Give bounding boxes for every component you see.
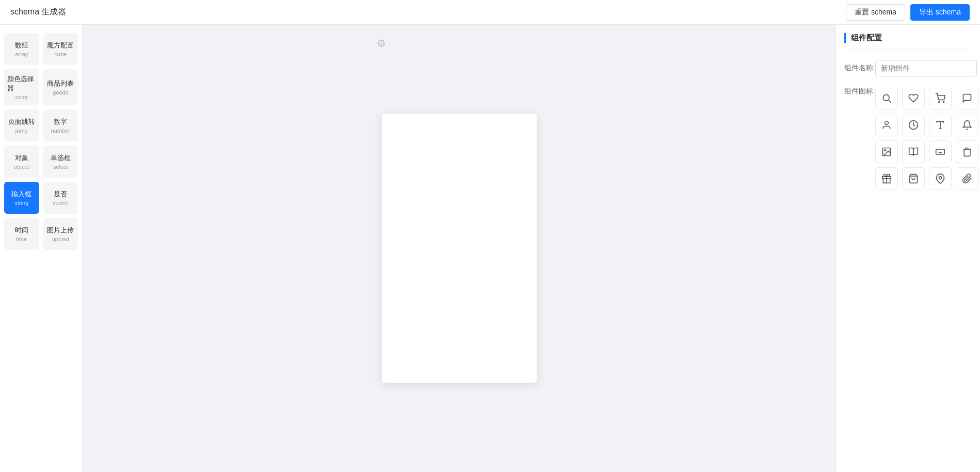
sidebar-item-cube[interactable]: 魔方配置 cube xyxy=(43,33,78,65)
sidebar-label-time: 时间 xyxy=(15,226,28,235)
icon-cell-book[interactable] xyxy=(902,140,925,163)
sidebar-label-array: 数组 xyxy=(15,41,28,50)
sidebar-sub-upload: upload xyxy=(52,236,69,242)
svg-point-3 xyxy=(943,102,944,103)
sidebar-sub-color: color xyxy=(15,94,28,100)
sidebar-label-switch: 是否 xyxy=(54,190,67,199)
header: schema 生成器 重置 schema 导出 schema xyxy=(0,0,980,25)
header-actions: 重置 schema 导出 schema xyxy=(846,4,970,21)
sidebar-item-select[interactable]: 单选框 select xyxy=(43,146,78,178)
main-layout: 数组 array 魔方配置 cube 颜色选择器 color 商品列表 good… xyxy=(0,0,980,472)
sidebar-sub-object: object xyxy=(14,164,29,170)
sidebar-grid: 数组 array 魔方配置 cube 颜色选择器 color 商品列表 good… xyxy=(4,33,78,250)
svg-point-16 xyxy=(885,150,886,151)
icon-grid xyxy=(875,87,980,190)
sidebar-item-switch[interactable]: 是否 switch xyxy=(43,182,78,214)
icon-cell-basket[interactable] xyxy=(902,167,925,190)
sidebar-item-jump[interactable]: 页面跳转 jump xyxy=(4,109,39,141)
phone-mockup xyxy=(382,114,537,383)
sidebar-label-cube: 魔方配置 xyxy=(47,41,74,50)
sidebar-item-time[interactable]: 时间 time xyxy=(4,218,39,250)
sidebar-sub-cube: cube xyxy=(54,51,67,57)
svg-rect-17 xyxy=(936,149,945,154)
icon-cell-bell[interactable] xyxy=(956,114,978,136)
right-panel-title: 组件配置 xyxy=(844,33,882,43)
app-title: schema 生成器 xyxy=(10,7,66,18)
sidebar-label-number: 数字 xyxy=(54,117,67,127)
right-panel-header: 组件配置 xyxy=(844,33,972,50)
component-icon-row: 组件图标 xyxy=(844,87,972,190)
svg-line-1 xyxy=(889,100,891,102)
sidebar-sub-array: array xyxy=(15,51,28,57)
icon-cell-gift[interactable] xyxy=(875,167,898,190)
sidebar-sub-string: string xyxy=(14,200,28,206)
component-name-label: 组件名称 xyxy=(844,64,875,73)
sidebar-sub-select: select xyxy=(53,164,68,170)
sidebar-sub-goods: goods xyxy=(53,89,68,96)
main-canvas: ⚙ xyxy=(83,25,836,472)
sidebar-label-select: 单选框 xyxy=(51,153,71,163)
sidebar-item-number[interactable]: 数字 number xyxy=(43,109,78,141)
svg-point-10 xyxy=(885,121,889,125)
sidebar-label-upload: 图片上传 xyxy=(47,226,74,235)
reset-schema-button[interactable]: 重置 schema xyxy=(846,4,905,21)
sidebar-label-color: 颜色选择器 xyxy=(7,74,36,93)
sidebar-label-goods: 商品列表 xyxy=(47,79,74,88)
svg-point-2 xyxy=(939,102,940,103)
icon-cell-cart[interactable] xyxy=(929,87,952,109)
sidebar-label-object: 对象 xyxy=(15,153,28,163)
sidebar-item-array[interactable]: 数组 array xyxy=(4,33,39,65)
sidebar-label-string: 输入框 xyxy=(11,190,31,199)
export-schema-button[interactable]: 导出 schema xyxy=(910,4,970,21)
icon-cell-trash[interactable] xyxy=(956,140,978,163)
sidebar-sub-switch: switch xyxy=(53,200,69,206)
sidebar-item-object[interactable]: 对象 object xyxy=(4,146,39,178)
sidebar-item-color[interactable]: 颜色选择器 color xyxy=(4,69,39,105)
settings-icon[interactable]: ⚙ xyxy=(377,37,386,50)
sidebar-sub-time: time xyxy=(16,236,27,242)
sidebar-sub-number: number xyxy=(51,128,70,134)
svg-point-30 xyxy=(939,177,942,179)
icon-cell-user[interactable] xyxy=(875,114,898,136)
right-panel: 组件配置 组件名称 组件图标 xyxy=(836,25,980,472)
icon-cell-text[interactable] xyxy=(929,114,952,136)
left-sidebar: 数组 array 魔方配置 cube 颜色选择器 color 商品列表 good… xyxy=(0,25,83,472)
icon-cell-keyboard[interactable] xyxy=(929,140,952,163)
icon-cell-clip[interactable] xyxy=(956,167,978,190)
sidebar-item-upload[interactable]: 图片上传 upload xyxy=(43,218,78,250)
icon-cell-search[interactable] xyxy=(875,87,898,109)
icon-cell-msg[interactable] xyxy=(956,87,978,109)
sidebar-label-jump: 页面跳转 xyxy=(8,117,35,127)
component-icon-label: 组件图标 xyxy=(844,87,875,96)
svg-point-0 xyxy=(883,95,889,101)
icon-cell-pin[interactable] xyxy=(929,167,952,190)
component-name-input[interactable] xyxy=(875,60,977,76)
icon-cell-clock[interactable] xyxy=(902,114,925,136)
component-name-row: 组件名称 xyxy=(844,60,972,76)
sidebar-item-goods[interactable]: 商品列表 goods xyxy=(43,69,78,105)
sidebar-item-string[interactable]: 输入框 string xyxy=(4,182,39,214)
sidebar-sub-jump: jump xyxy=(15,128,28,134)
icon-cell-fav[interactable] xyxy=(902,87,925,109)
icon-cell-img[interactable] xyxy=(875,140,898,163)
